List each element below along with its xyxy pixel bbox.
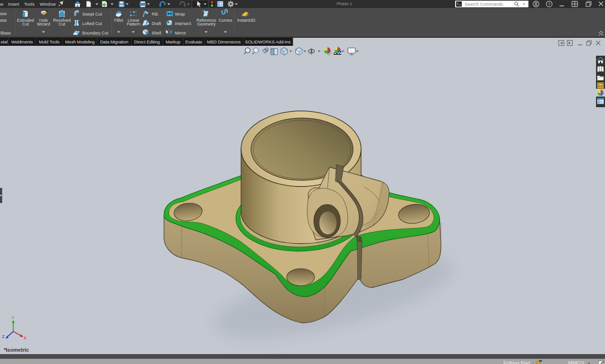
svg-text:?: ? <box>548 1 550 7</box>
svg-text:Y: Y <box>11 315 14 320</box>
svg-text:Search Commands: Search Commands <box>465 1 503 7</box>
svg-text:Z: Z <box>2 334 5 339</box>
svg-text:X: X <box>24 336 26 340</box>
